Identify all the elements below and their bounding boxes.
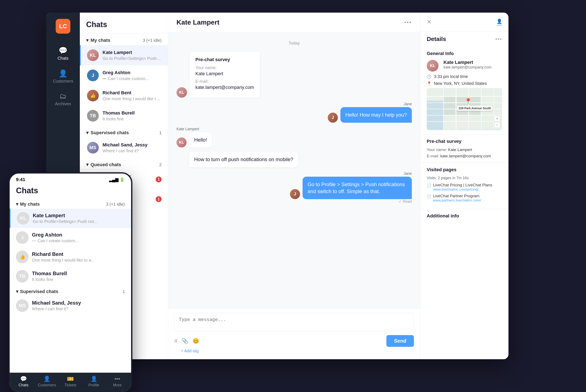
mobile-chat-preview-greg: ••• Can I create custom... <box>32 238 125 243</box>
chat-item-richard[interactable]: 👍 Richard Bent One more thing I would li… <box>80 86 168 106</box>
prechat-name-value-detail: Kate Lampert <box>448 148 472 152</box>
mobile-tab-chats[interactable]: 💬 Chats <box>12 376 35 388</box>
mobile-tab-customers[interactable]: 👤 Customers <box>35 376 59 388</box>
map-zoom-out[interactable]: − <box>494 122 500 128</box>
panel-title: Chats <box>86 20 107 29</box>
hashtag-icon[interactable]: # <box>174 338 177 344</box>
chat-info-richard: Richard Bent One more thing I would like… <box>102 90 162 101</box>
input-toolbar: # 📎 😊 Send <box>174 335 414 347</box>
mobile-chat-preview-michael: Where I can find it? <box>32 306 125 311</box>
mobile-chat-name-thomas: Thomas Burell <box>32 270 125 276</box>
send-button[interactable]: Send <box>386 335 414 347</box>
page-icon-1: 📄 <box>427 183 431 188</box>
location-icon: 📍 <box>427 81 432 86</box>
queued-chats-toggle[interactable]: ▾ Queued chats <box>86 162 121 168</box>
mobile-chat-info-richard: Richard Bent One more thing I would like… <box>32 251 125 262</box>
chat-name-richard: Richard Bent <box>102 90 162 96</box>
mobile-chat-item-richard[interactable]: 👍 Richard Bent One more thing I would li… <box>10 247 131 266</box>
mobile-chat-preview-thomas: It looks fine <box>32 277 125 282</box>
panel-header: Chats <box>80 12 168 34</box>
tab-tickets-icon: 🎫 <box>67 376 74 382</box>
details-title: Details ••• <box>420 32 508 47</box>
chat-item-michael[interactable]: MS Michael Sand, Jessy Where I can find … <box>80 138 168 158</box>
details-options-button[interactable]: ••• <box>496 36 502 42</box>
mobile-my-chats-toggle[interactable]: ▾ My chats <box>16 202 40 207</box>
my-chats-count: 3 (+1 idle) <box>143 38 162 43</box>
bubble-jane-2: Go to Profile > Settings > Push notifica… <box>302 177 412 199</box>
page-url-2[interactable]: www.partners.livechatinc.com/ <box>433 198 481 202</box>
message-group-kate-1: Kate Lampert KL Hello! <box>176 127 412 148</box>
chat-main: Kate Lampert ••• Today KL Pre-chat surve… <box>168 12 420 359</box>
bubble-row-kate-1: KL Hello! <box>176 132 412 148</box>
sidebar-item-archives[interactable]: 🗂 Archives <box>46 88 80 110</box>
customer-info-row: KL Kate Lampert kate.lampert@company.com <box>427 60 502 72</box>
page-url-1[interactable]: www.livechatinc.com/pricing/ <box>433 188 492 192</box>
chat-preview-greg: ••• Can I create custom... <box>102 76 162 81</box>
my-chats-toggle[interactable]: ▾ My chats <box>86 38 110 43</box>
mobile-chat-item-michael[interactable]: MS Michael Sand, Jessy Where I can find … <box>10 296 131 315</box>
mobile-supervised-toggle[interactable]: ▾ Supervised chats <box>16 289 58 294</box>
mobile-chat-item-kate[interactable]: KL Kate Lampert Go to Profile>Settings> … <box>10 208 131 228</box>
mobile-supervised-header: ▾ Supervised chats 1 <box>10 286 131 296</box>
sender-jane-1: Jane <box>404 102 412 106</box>
additional-info-section: Additional info <box>420 209 508 226</box>
mobile-chat-name-greg: Greg Ashton <box>32 232 125 238</box>
info-row-location: 📍 New York, NY, United States <box>427 81 502 86</box>
chats-icon: 💬 <box>58 46 68 54</box>
avatar-kate-msg: KL <box>176 138 186 148</box>
map-zoom-in[interactable]: + <box>494 116 500 122</box>
archives-icon: 🗂 <box>60 92 66 100</box>
mobile-chat-list: ▾ My chats 3 (+1 idle) KL Kate Lampert G… <box>10 198 131 373</box>
sidebar-item-customers[interactable]: 👤 Customers <box>46 65 80 88</box>
attachment-icon[interactable]: 📎 <box>182 338 188 344</box>
message-group-jane-2: Jane Go to Profile > Settings > Push not… <box>176 172 412 204</box>
add-tag-button[interactable]: + Add tag <box>174 347 414 355</box>
mobile-chat-item-thomas[interactable]: TB Thomas Burell It looks fine <box>10 266 131 286</box>
bubble-kate-2: How to turn off push notifications on mo… <box>189 152 298 167</box>
general-info-section: General Info KL Kate Lampert kate.lamper… <box>420 47 508 134</box>
mobile-tab-tickets[interactable]: 🎫 Tickets <box>58 376 82 388</box>
chat-name-michael: Michael Sand, Jessy <box>102 142 162 148</box>
chat-contact-name: Kate Lampert <box>176 18 220 26</box>
app-logo: LC <box>56 19 70 34</box>
details-panel: ✕ 👤 Details ••• General Info KL Kate Lam… <box>420 12 508 359</box>
tab-customers-icon: 👤 <box>44 376 50 382</box>
prechat-survey-bubble: Pre-chat survey Your name: Kate Lampert … <box>190 52 260 98</box>
close-button[interactable]: ✕ <box>427 18 432 26</box>
prechat-name-label-detail: Your name: <box>427 148 447 152</box>
queued-chats-count: 2 <box>159 162 162 167</box>
prechat-survey-section-title: Pre-chat survey <box>427 139 502 144</box>
additional-info-title: Additional info <box>427 213 502 219</box>
chat-info-greg: Greg Ashton ••• Can I create custom... <box>102 70 162 81</box>
mobile-my-chats-header: ▾ My chats 3 (+1 idle) <box>10 198 131 208</box>
chat-item-thomas[interactable]: TB Thomas Burell It looks fine <box>80 106 168 126</box>
chat-options-button[interactable]: ••• <box>404 19 412 26</box>
prechat-name-label: Your name: <box>196 65 254 70</box>
sender-jane-2: Jane <box>404 172 412 176</box>
mobile-tab-more[interactable]: ••• More <box>106 376 129 388</box>
avatar-customer-detail: KL <box>427 60 438 72</box>
customer-name-detail: Kate Lampert <box>444 60 492 65</box>
bubble-row-jane-1: Hello! How may I help you? J <box>328 107 412 123</box>
chat-info-michael: Michael Sand, Jessy Where I can find it? <box>102 142 162 153</box>
message-input[interactable] <box>174 313 414 331</box>
mobile-chat-info-thomas: Thomas Burell It looks fine <box>32 270 125 282</box>
chat-preview-kate: Go to Profile>Settings> Push not... <box>102 56 162 61</box>
emoji-icon[interactable]: 😊 <box>192 338 199 344</box>
details-tabs: 👤 <box>496 19 502 26</box>
avatar-richard: 👍 <box>87 90 99 102</box>
mobile-header: Chats <box>10 184 131 198</box>
input-icon-group: # 📎 😊 <box>174 338 199 344</box>
supervised-chats-toggle[interactable]: ▾ Supervised chats <box>86 130 129 136</box>
visit-stat: Visits: 2 pages in 7m 16s <box>427 176 502 180</box>
mobile-tab-profile[interactable]: 👤 Profile <box>82 376 106 388</box>
chat-name-greg: Greg Ashton <box>102 70 162 76</box>
sidebar-item-chats[interactable]: 💬 Chats <box>46 42 80 65</box>
mobile-supervised-label: Supervised chats <box>20 289 58 294</box>
chat-item-kate[interactable]: KL Kate Lampert Go to Profile>Settings> … <box>80 45 168 65</box>
mobile-signal: ▂▄▆ 🔋 <box>109 177 125 182</box>
tab-person[interactable]: 👤 <box>496 19 502 26</box>
chat-item-greg[interactable]: J Greg Ashton ••• Can I create custom... <box>80 65 168 86</box>
chat-info-thomas: Thomas Burell It looks fine <box>102 110 162 122</box>
mobile-chat-item-greg[interactable]: J Greg Ashton ••• Can I create custom... <box>10 228 131 247</box>
